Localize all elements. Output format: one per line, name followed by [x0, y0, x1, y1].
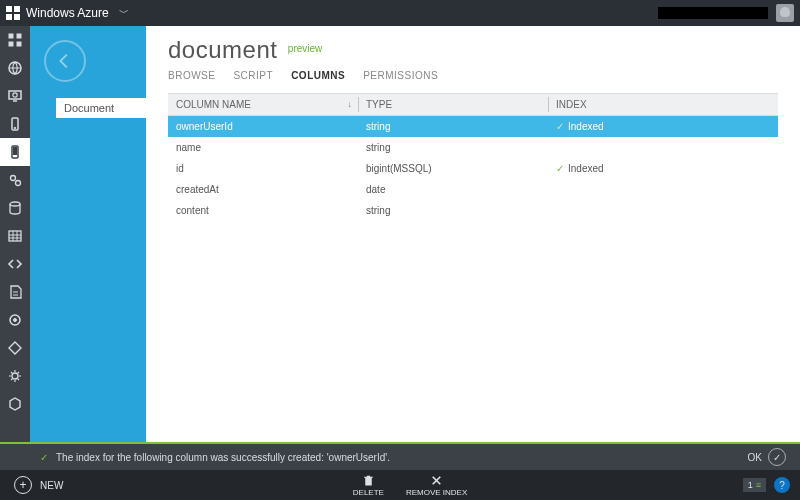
svg-rect-2: [6, 14, 12, 20]
rail-mobile-icon[interactable]: [0, 110, 30, 138]
table-row[interactable]: contentstring: [168, 200, 778, 221]
page-title: document: [168, 36, 277, 64]
notification-count-label: 1: [748, 480, 753, 490]
status-bar: ✓ The index for the following column was…: [0, 442, 800, 470]
rail-gears-icon[interactable]: [0, 166, 30, 194]
col-header-index[interactable]: INDEX: [548, 94, 778, 115]
icon-rail: [0, 26, 30, 442]
col-header-name-label: COLUMN NAME: [176, 99, 251, 110]
cell-name: createdAt: [168, 184, 358, 195]
svg-point-12: [14, 127, 16, 129]
tab-strip: BROWSESCRIPTCOLUMNSPERMISSIONS: [168, 70, 778, 81]
cell-index: ✓Indexed: [548, 163, 778, 174]
new-label: NEW: [40, 480, 63, 491]
svg-point-10: [13, 93, 17, 97]
status-ok-button[interactable]: OK ✓: [748, 448, 786, 466]
svg-rect-3: [14, 14, 20, 20]
cell-name: content: [168, 205, 358, 216]
cell-type: string: [358, 121, 548, 132]
cell-type: bigint(MSSQL): [358, 163, 548, 174]
help-button[interactable]: ?: [774, 477, 790, 493]
account-name-redacted[interactable]: [658, 7, 768, 19]
rail-grid-icon[interactable]: [0, 26, 30, 54]
grid-header: COLUMN NAME ↓ TYPE INDEX: [168, 93, 778, 116]
command-bar: + NEW DELETE REMOVE INDEX 1 ≡ ?: [0, 470, 800, 500]
rail-db-icon[interactable]: [0, 194, 30, 222]
cell-index: [548, 184, 778, 195]
svg-rect-18: [9, 231, 21, 241]
svg-point-16: [16, 181, 21, 186]
new-button[interactable]: + NEW: [0, 470, 77, 500]
svg-point-15: [11, 176, 16, 181]
rail-web-monitor-icon[interactable]: [0, 82, 30, 110]
check-circle-icon: ✓: [768, 448, 786, 466]
chevron-down-icon[interactable]: ﹀: [119, 6, 129, 20]
svg-rect-0: [6, 6, 12, 12]
cell-name: name: [168, 142, 358, 153]
rail-gears2-icon[interactable]: [0, 362, 30, 390]
status-ok-label: OK: [748, 452, 762, 463]
cell-type: string: [358, 142, 548, 153]
rail-globe-icon[interactable]: [0, 54, 30, 82]
tab-columns[interactable]: COLUMNS: [291, 70, 345, 81]
columns-grid: COLUMN NAME ↓ TYPE INDEX ownerUserIdstri…: [168, 93, 778, 221]
svg-point-17: [10, 202, 20, 206]
delete-label: DELETE: [353, 488, 384, 497]
cell-type: date: [358, 184, 548, 195]
svg-rect-14: [14, 148, 17, 155]
table-row[interactable]: namestring: [168, 137, 778, 158]
table-row[interactable]: ownerUserIdstring✓Indexed: [168, 116, 778, 137]
top-bar: Windows Azure ﹀: [0, 0, 800, 26]
azure-logo-icon: [6, 6, 20, 20]
plus-icon: +: [14, 476, 32, 494]
svg-rect-5: [17, 34, 21, 38]
tab-permissions[interactable]: PERMISSIONS: [363, 70, 438, 81]
rail-ring-icon[interactable]: [0, 306, 30, 334]
svg-point-21: [12, 373, 18, 379]
status-message: The index for the following column was s…: [56, 452, 390, 463]
check-icon: ✓: [556, 163, 564, 174]
sub-rail: Document: [30, 26, 146, 442]
col-header-name[interactable]: COLUMN NAME ↓: [168, 94, 358, 115]
tab-script[interactable]: SCRIPT: [233, 70, 273, 81]
avatar-icon[interactable]: [776, 4, 794, 22]
main-shell: Document document preview BROWSESCRIPTCO…: [0, 26, 800, 442]
rail-code-icon[interactable]: [0, 250, 30, 278]
svg-point-20: [14, 319, 17, 322]
svg-rect-1: [14, 6, 20, 12]
tab-browse[interactable]: BROWSE: [168, 70, 215, 81]
content-pane: document preview BROWSESCRIPTCOLUMNSPERM…: [146, 26, 800, 442]
cell-index: [548, 205, 778, 216]
svg-rect-7: [17, 42, 21, 46]
cell-name: ownerUserId: [168, 121, 358, 132]
rail-script-icon[interactable]: [0, 278, 30, 306]
svg-rect-4: [9, 34, 13, 38]
remove-index-button[interactable]: REMOVE INDEX: [406, 474, 467, 497]
remove-index-label: REMOVE INDEX: [406, 488, 467, 497]
rail-diamond-icon[interactable]: [0, 334, 30, 362]
rail-hex-icon[interactable]: [0, 390, 30, 418]
cell-index: [548, 142, 778, 153]
col-header-type[interactable]: TYPE: [358, 94, 548, 115]
table-row[interactable]: idbigint(MSSQL)✓Indexed: [168, 158, 778, 179]
notification-count[interactable]: 1 ≡: [743, 478, 766, 492]
success-check-icon: ✓: [40, 452, 48, 463]
rail-table-icon[interactable]: [0, 222, 30, 250]
svg-rect-6: [9, 42, 13, 46]
delete-button[interactable]: DELETE: [353, 474, 384, 497]
subrail-item-document[interactable]: Document: [56, 98, 146, 118]
table-row[interactable]: createdAtdate: [168, 179, 778, 200]
cell-type: string: [358, 205, 548, 216]
preview-badge: preview: [288, 43, 322, 54]
brand-label: Windows Azure: [26, 6, 109, 20]
sort-down-icon[interactable]: ↓: [348, 99, 353, 109]
cell-name: id: [168, 163, 358, 174]
check-icon: ✓: [556, 121, 564, 132]
rail-mobile-alt-icon[interactable]: [0, 138, 30, 166]
bars-icon: ≡: [756, 480, 761, 490]
cell-index: ✓Indexed: [548, 121, 778, 132]
back-button[interactable]: [44, 40, 86, 82]
svg-rect-9: [9, 91, 21, 99]
